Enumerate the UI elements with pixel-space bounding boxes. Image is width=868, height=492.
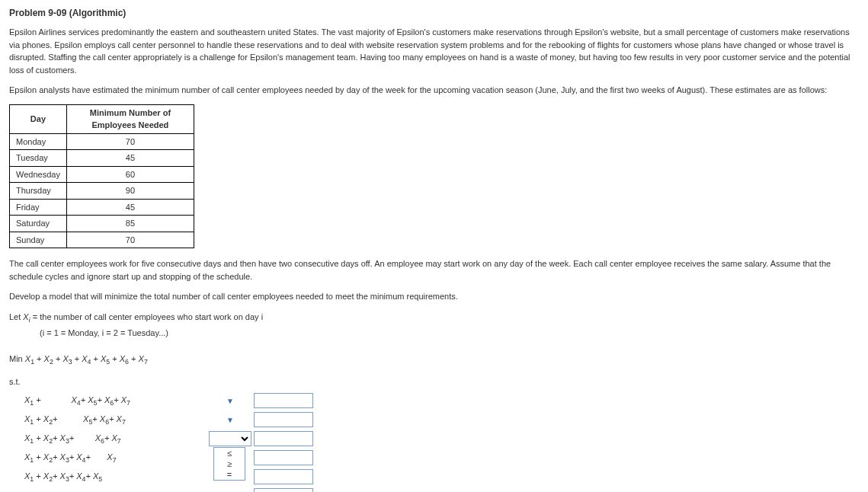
rhs-input-6[interactable] xyxy=(254,488,313,492)
operator-option-eq[interactable]: = xyxy=(214,469,245,480)
objective: Min X1 + X2 + X3 + X4 + X5 + X6 + X7 xyxy=(9,353,859,367)
rhs-input-1[interactable] xyxy=(254,393,313,408)
subject-to: s.t. xyxy=(9,375,859,388)
constraints-block: X1 + X4+ X5+ X6+ X7 ▼ X1 + X2+ X5+ X6+ X… xyxy=(24,392,859,492)
constraint-row-5: X1 + X2+ X3+ X4+ X5 ▼ xyxy=(24,468,859,485)
chevron-down-icon: ▼ xyxy=(226,414,235,426)
operator-option-le[interactable]: ≤ xyxy=(214,448,245,458)
rhs-input-2[interactable] xyxy=(254,412,313,427)
operator-select-3[interactable] xyxy=(209,431,251,446)
chevron-down-icon: ▼ xyxy=(226,395,235,407)
problem-title: Problem 9-09 (Algorithmic) xyxy=(9,6,859,20)
constraint-row-1: X1 + X4+ X5+ X6+ X7 ▼ xyxy=(24,392,859,409)
rhs-input-5[interactable] xyxy=(254,469,313,484)
constraint-row-2: X1 + X2+ X5+ X6+ X7 ▼ xyxy=(24,411,859,428)
rhs-input-4[interactable] xyxy=(254,450,313,465)
paragraph-1: Epsilon Airlines services predominantly … xyxy=(9,26,859,76)
table-row: Tuesday45 xyxy=(10,150,194,167)
table-row: Monday70 xyxy=(10,133,194,150)
paragraph-3: The call center employees work for five … xyxy=(9,257,859,283)
variable-definition: Let Xi = the number of call center emplo… xyxy=(9,311,859,340)
paragraph-2: Epsilon analysts have estimated the mini… xyxy=(9,84,859,97)
table-row: Friday45 xyxy=(10,199,194,216)
table-row: Sunday70 xyxy=(10,232,194,248)
table-header-needed: Minimum Number of Employees Needed xyxy=(66,104,194,133)
variable-note: (i = 1 = Monday, i = 2 = Tuesday...) xyxy=(40,327,859,340)
table-row: Saturday85 xyxy=(10,216,194,232)
table-row: Thursday90 xyxy=(10,183,194,200)
table-row: Wednesday60 xyxy=(10,166,194,183)
rhs-input-3[interactable] xyxy=(254,431,313,446)
operator-dropdown-open[interactable]: ≤ ≥ = xyxy=(213,447,245,481)
constraint-row-6: X2 + X3+ X4+ X5+ X6 ▼ xyxy=(24,487,859,492)
operator-option-ge[interactable]: ≥ xyxy=(214,458,245,469)
constraint-row-4: X1 + X2+ X3+ X4+ X7 ▼ xyxy=(24,449,859,466)
requirements-table: Day Minimum Number of Employees Needed M… xyxy=(9,104,194,249)
table-header-day: Day xyxy=(10,104,67,133)
paragraph-4: Develop a model that will minimize the t… xyxy=(9,290,859,303)
constraint-row-3: X1 + X2+ X3+ X6+ X7 xyxy=(24,430,859,447)
